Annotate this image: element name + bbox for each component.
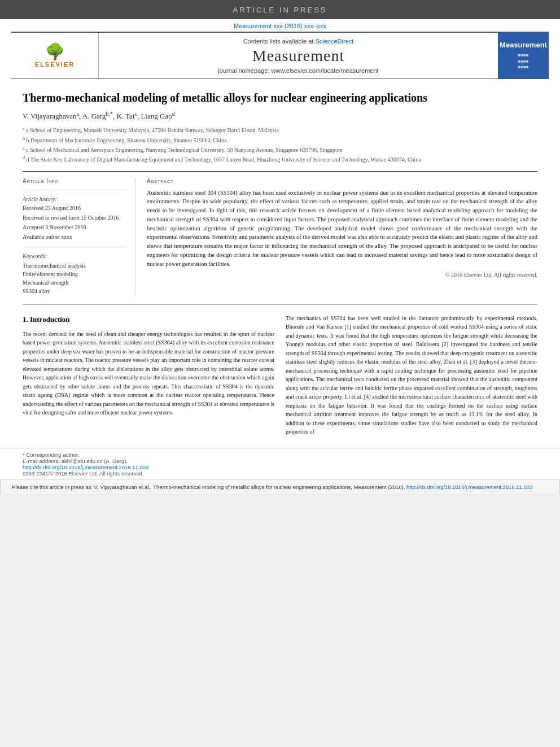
revised-date: Received in revised form 15 October 2016 <box>23 214 126 222</box>
affiliation-d: d d The State Key Laboratory of Digital … <box>23 155 537 164</box>
elsevier-logo: 🌳 ELSEVIER <box>21 37 89 74</box>
journal-title: Measurement <box>252 47 344 65</box>
body-col-left: 1. Introduction The recent demand for th… <box>23 314 274 436</box>
footnote-section: * Corresponding author. E-mail address: … <box>0 448 560 479</box>
measurement-badge: Measurement ■■■■■■■■■■■■ <box>500 41 547 70</box>
copyright: © 2016 Elsevier Ltd. All rights reserved… <box>147 272 537 278</box>
body-two-col: 1. Introduction The recent demand for th… <box>23 314 537 436</box>
journal-badge-right: Measurement ■■■■■■■■■■■■ <box>498 33 549 78</box>
keyword-3: Mechanical strength <box>23 278 126 287</box>
journal-center: Contents lists available at ScienceDirec… <box>99 33 498 78</box>
body-col-right: The mechanics of SS304 has been well stu… <box>286 314 537 436</box>
section-1-heading: 1. Introduction <box>23 314 274 325</box>
affiliation-b: b b Department of Mechatronics Engineeri… <box>23 136 537 145</box>
journal-homepage: journal homepage: www.elsevier.com/locat… <box>218 67 378 74</box>
author-vijayaraghavan: V. Vijayaraghavan <box>23 112 77 120</box>
body-col2-text: The mechanics of SS304 has been well stu… <box>286 314 537 436</box>
author-gao: Liang Gao <box>141 112 172 120</box>
author-garg: A. Garg <box>82 112 106 120</box>
article-body: Thermo-mechanical modeling of metallic a… <box>0 79 560 448</box>
body-col1-text: The recent demand for the need of clean … <box>23 330 274 417</box>
keyword-4: SS304 alloy <box>23 287 126 295</box>
info-abstract-section: Article Info Article history: Received 2… <box>23 178 537 295</box>
corresponding-author-note: * Corresponding author. <box>23 452 537 458</box>
authors: V. Vijayaraghavana, A. Gargb,*, K. Taic,… <box>23 111 537 121</box>
abstract-title: Abstract <box>147 178 537 184</box>
author-tai: K. Tai <box>116 112 134 120</box>
keyword-2: Finite element modeling <box>23 270 126 278</box>
article-history-label: Article history: <box>23 196 126 202</box>
elsevier-name: ELSEVIER <box>35 61 75 68</box>
body-separator <box>23 304 537 305</box>
doi-link[interactable]: http://dx.doi.org/10.1016/j.measurement.… <box>23 464 537 470</box>
abstract-text: Austenitic stainless steel 304 (SS304) a… <box>147 189 537 269</box>
email-note: E-mail address: akhil@stu.edu.cn (A. Gar… <box>23 458 537 464</box>
contents-line: Contents lists available at ScienceDirec… <box>243 38 354 45</box>
abstract-section: Abstract Austenitic stainless steel 304 … <box>147 178 537 295</box>
keyword-list: Thermomechanical analysis Finite element… <box>23 261 126 295</box>
divider-thick <box>23 171 537 172</box>
cite-box: Please cite this article in press as: V.… <box>0 479 560 495</box>
cite-doi-link[interactable]: http://dx.doi.org/10.1016/j.measurement.… <box>406 484 532 490</box>
article-in-press-banner: ARTICLE IN PRESS <box>0 0 560 19</box>
info-divider-2 <box>23 247 126 247</box>
affiliation-c: c c School of Mechanical and Aerospace E… <box>23 145 537 154</box>
journal-ref: Measurement xxx (2016) xxx–xxx <box>0 19 560 32</box>
elsevier-logo-section: 🌳 ELSEVIER <box>11 33 99 78</box>
affiliations: a a School of Engineering, Monash Univer… <box>23 125 537 164</box>
issn-note: 0263-2241/© 2016 Elsevier Ltd. All right… <box>23 470 537 477</box>
page: ARTICLE IN PRESS Measurement xxx (2016) … <box>0 0 560 495</box>
journal-header: 🌳 ELSEVIER Contents lists available at S… <box>11 32 549 79</box>
cite-text: Please cite this article in press as: V.… <box>12 484 405 490</box>
sciencedirect-link[interactable]: ScienceDirect <box>315 38 353 45</box>
affiliation-a: a a School of Engineering, Monash Univer… <box>23 125 537 134</box>
article-info: Article Info Article history: Received 2… <box>23 178 135 295</box>
received-date: Received 23 August 2016 <box>23 204 126 212</box>
elsevier-tree-icon: 🌳 <box>45 44 65 60</box>
article-title: Thermo-mechanical modeling of metallic a… <box>23 90 537 105</box>
keyword-1: Thermomechanical analysis <box>23 261 126 270</box>
info-divider-1 <box>23 190 126 190</box>
banner-text: ARTICLE IN PRESS <box>233 6 327 14</box>
available-online: Available online xxxx <box>23 233 126 241</box>
accepted-date: Accepted 3 November 2016 <box>23 224 126 231</box>
keywords-label: Keywords: <box>23 253 126 259</box>
article-info-title: Article Info <box>23 178 126 184</box>
